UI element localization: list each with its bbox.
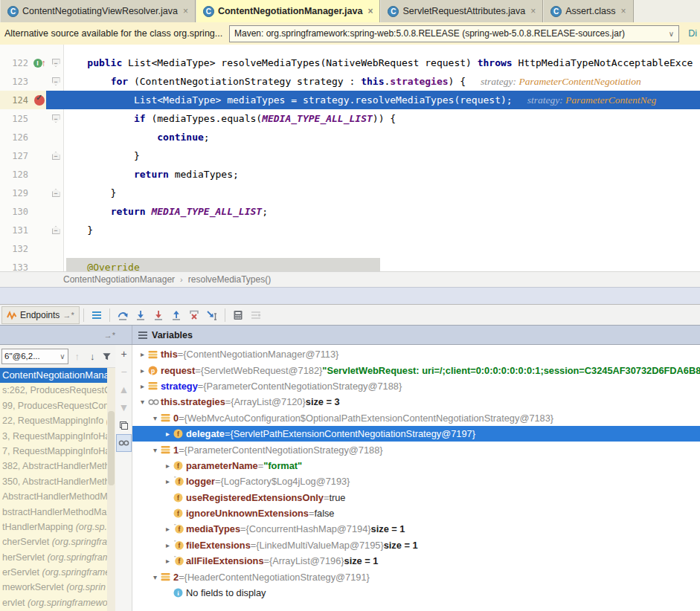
close-tab-icon[interactable]: × [530, 6, 536, 16]
breadcrumb-item[interactable]: resolveMediaTypes() [188, 274, 271, 285]
chevron-down-icon[interactable]: ▾ [150, 414, 161, 422]
filter-frames-button[interactable] [102, 352, 115, 361]
evaluate-expression-button[interactable] [229, 307, 247, 323]
fold-marker[interactable]: − [52, 189, 60, 197]
chevron-right-icon[interactable]: ▸ [162, 557, 173, 565]
variable-row[interactable]: fuseRegisteredExtensionsOnly = true [132, 490, 700, 505]
show-execution-point-button[interactable] [88, 307, 106, 323]
show-watches-toggle[interactable] [116, 434, 132, 452]
drop-frame-button[interactable] [185, 307, 203, 323]
variable-row[interactable]: ▾this.strategies = {ArrayList@7120} size… [132, 394, 700, 410]
stack-frame-row[interactable]: AbstractHandlerMethodM [0, 489, 115, 504]
add-watch-button[interactable]: + [115, 345, 132, 363]
thread-selector-value: 6"@6,2... [4, 352, 55, 361]
editor-line-123[interactable]: 123− for (ContentNegotiationStrategy str… [0, 72, 700, 91]
stack-frame-row[interactable]: tHandlerMapping (org.sp. [0, 520, 115, 534]
variable-row[interactable]: ▸fparameterName = "format" [132, 458, 700, 473]
stack-frame-row[interactable]: ContentNegotiationMana [0, 368, 115, 383]
frame-up-button[interactable]: ↑ [71, 351, 84, 362]
stack-frame-row[interactable]: cherServlet (org.springfra [0, 534, 115, 549]
stack-frame-row[interactable]: 382, AbstractHandlerMeth [0, 459, 115, 473]
editor-tab-3[interactable]: CServletRequestAttributes.java× [380, 0, 543, 22]
editor-line-122[interactable]: 122I↑− public List<MediaType> resolveMed… [0, 54, 700, 72]
step-into-button[interactable] [132, 307, 150, 323]
fold-marker[interactable]: − [52, 226, 60, 234]
code-editor[interactable]: 122I↑− public List<MediaType> resolveMed… [0, 45, 700, 271]
editor-line-128[interactable]: 128 return mediaTypes; [0, 165, 700, 184]
stream-trace-icon [250, 309, 262, 321]
step-over-button[interactable] [114, 307, 132, 323]
source-jar-dropdown[interactable]: Maven: org.springframework:spring-web:5.… [229, 25, 679, 42]
variable-row[interactable]: ▸''fmediaTypes = {ConcurrentHashMap@7194… [132, 521, 700, 537]
variable-row[interactable]: ▾1 = {ParameterContentNegotiationStrateg… [132, 442, 700, 457]
stack-frame-row[interactable]: meworkServlet (org.sprin [0, 580, 115, 595]
stack-frame-row[interactable]: herServlet (org.springfram [0, 550, 115, 565]
stack-frame-row[interactable]: 3, RequestMappingInfoHa [0, 429, 115, 444]
fold-marker[interactable]: − [52, 114, 60, 123]
variables-menu-icon[interactable] [138, 330, 147, 340]
breadcrumb-item[interactable]: ContentNegotiationManager [63, 274, 175, 285]
editor-tab-2[interactable]: CContentNegotiationManager.java× [196, 0, 381, 22]
chevron-down-icon[interactable]: ▾ [137, 398, 148, 406]
stack-frame-row[interactable]: bstractHandlerMethodMa [0, 505, 115, 520]
run-to-cursor-button[interactable] [203, 307, 221, 323]
endpoints-tool-window-button[interactable]: Endpoints →* [1, 306, 80, 324]
editor-line-124[interactable]: 124✓ List<MediaType> mediaTypes = strate… [0, 91, 700, 109]
variable-row[interactable]: ▸fdelegate = {ServletPathExtensionConten… [132, 426, 700, 442]
editor-line-133[interactable]: 133 @Override [0, 258, 700, 271]
chevron-right-icon[interactable]: ▸ [137, 366, 148, 375]
variable-row[interactable]: fignoreUnknownExtensions = false [132, 505, 700, 521]
fold-marker[interactable]: − [52, 77, 60, 85]
frame-down-button[interactable]: ↓ [86, 351, 99, 362]
editor-tab-1[interactable]: CContentNegotiatingViewResolver.java× [0, 0, 196, 22]
editor-line-131[interactable]: 131− } [0, 221, 700, 239]
disable-link[interactable]: Di [679, 28, 700, 39]
stack-frame-row[interactable]: s:262, ProducesRequestCo [0, 383, 115, 398]
chevron-right-icon[interactable]: ▸ [162, 525, 173, 533]
stack-frame-row[interactable]: erServlet (org.springframe [0, 565, 115, 580]
variable-row[interactable]: ▸strategy = {ParameterContentNegotiation… [132, 378, 700, 394]
chevron-right-icon[interactable]: ▸ [162, 430, 173, 438]
chevron-right-icon[interactable]: ▸ [137, 382, 148, 390]
variables-message-row[interactable]: iNo fields to display [132, 585, 700, 601]
variable-row[interactable]: ▸''flogger = {LogFactory$Log4jLog@7193} [132, 473, 700, 489]
variable-row[interactable]: ▸''fallFileExtensions = {ArrayList@7196}… [132, 553, 700, 569]
editor-line-126[interactable]: 126 continue; [0, 128, 700, 146]
chevron-down-icon[interactable]: ▾ [150, 446, 161, 454]
duplicate-watch-button[interactable] [115, 416, 132, 434]
fold-marker[interactable]: − [52, 59, 60, 67]
stack-frame-row[interactable]: 22, RequestMappingInfo ( [0, 413, 115, 428]
pin-icon[interactable]: →* [104, 331, 115, 340]
editor-line-125[interactable]: 125− if (mediaTypes.equals(MEDIA_TYPE_AL… [0, 109, 700, 128]
scrollbar-thumb[interactable] [108, 411, 115, 485]
step-out-button[interactable] [167, 307, 185, 323]
variable-row[interactable]: ▾0 = {WebMvcAutoConfiguration$OptionalPa… [132, 410, 700, 426]
editor-line-127[interactable]: 127− } [0, 146, 700, 165]
chevron-right-icon[interactable]: ▸ [162, 541, 173, 549]
implements-marker-icon[interactable]: I↑ [33, 58, 46, 68]
stack-frame-row[interactable]: 99, ProducesRequestCond [0, 398, 115, 413]
editor-line-132[interactable]: 132 [0, 239, 700, 258]
force-step-into-button[interactable] [150, 307, 167, 323]
variable-row[interactable]: ▸this = {ContentNegotiationManager@7113} [132, 346, 700, 362]
variable-row[interactable]: ▸prequest = {ServletWebRequest@7182} "Se… [132, 362, 700, 378]
editor-line-129[interactable]: 129− } [0, 184, 700, 202]
editor-tab-4[interactable]: CAssert.class× [543, 0, 633, 22]
chevron-right-icon[interactable]: ▸ [137, 350, 148, 358]
variable-row[interactable]: ▾2 = {HeaderContentNegotiationStrategy@7… [132, 569, 700, 584]
chevron-right-icon[interactable]: ▸ [162, 462, 173, 470]
stack-frame-row[interactable]: ervlet (org.springframewo [0, 595, 115, 610]
fold-marker[interactable]: − [52, 152, 60, 160]
stack-frame-row[interactable]: 350, AbstractHandlerMetho [0, 474, 115, 489]
close-tab-icon[interactable]: × [367, 6, 373, 16]
thread-selector-dropdown[interactable]: 6"@6,2... ∨ [1, 349, 68, 364]
close-tab-icon[interactable]: × [621, 6, 626, 16]
chevron-down-icon[interactable]: ▾ [150, 573, 161, 581]
frames-scrollbar[interactable] [107, 368, 115, 611]
close-tab-icon[interactable]: × [183, 6, 188, 16]
editor-line-130[interactable]: 130 return MEDIA_TYPE_ALL_LIST; [0, 202, 700, 221]
breakpoint-icon[interactable]: ✓ [34, 95, 45, 106]
stack-frame-row[interactable]: 7, RequestMappingInfoHa [0, 444, 115, 459]
variable-row[interactable]: ▸''ffileExtensions = {LinkedMultiValueMa… [132, 537, 700, 553]
chevron-right-icon[interactable]: ▸ [162, 477, 173, 485]
